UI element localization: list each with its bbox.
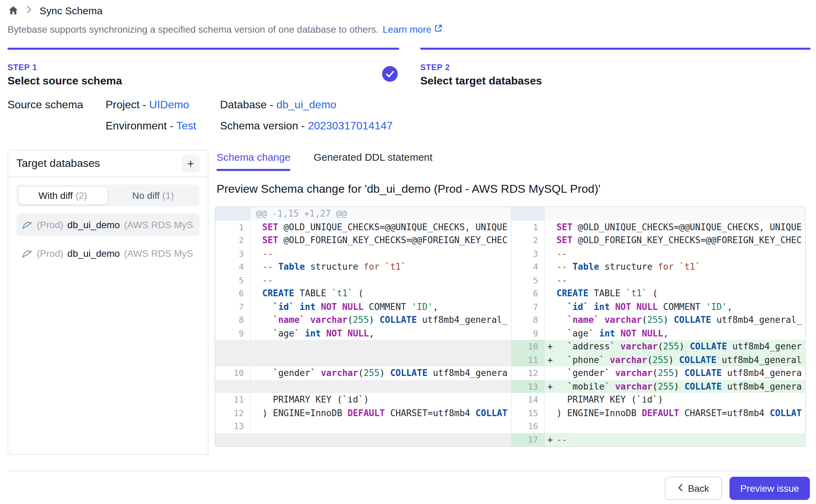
- diff-line-text: --: [555, 433, 567, 446]
- tab-schema-change[interactable]: Schema change: [217, 151, 291, 171]
- mysql-dolphin-icon: [22, 219, 33, 230]
- diff-line-number: [512, 207, 545, 220]
- diff-line-marker: [545, 287, 555, 300]
- diff-filter-tab-no-diff[interactable]: No diff(1): [108, 186, 198, 205]
- step-1: STEP 1 Select source schema: [7, 48, 399, 87]
- preview-issue-button[interactable]: Preview issue: [729, 477, 810, 500]
- diff-line-text: [261, 420, 262, 433]
- diff-line-number: 2: [215, 234, 251, 247]
- diff-filter-tabs: With diff(2)No diff(1): [16, 185, 200, 206]
- diff-line-marker: [545, 393, 555, 406]
- schema-diff-viewer[interactable]: @@ -1,15 +1,27 @@1SET @OLD_UNIQUE_CHECKS…: [215, 206, 806, 447]
- diff-line-marker: [251, 353, 261, 366]
- target-database-item[interactable]: (Prod)db_ui_demo(AWS RDS MyS...: [16, 213, 200, 236]
- diff-code-line: `name` varchar(255) COLLATE utf8mb4_gene…: [251, 313, 512, 327]
- diff-line-marker: [545, 420, 555, 433]
- diff-line-text: `gender` varchar(255) COLLATE utf8mb4_ge…: [555, 366, 802, 380]
- diff-line-number: 13: [512, 380, 545, 393]
- learn-more-link[interactable]: Learn more: [383, 24, 443, 35]
- diff-line-number: 10: [215, 366, 251, 380]
- diff-line-number: 7: [215, 300, 251, 313]
- tab-count: (1): [162, 190, 174, 201]
- step-1-label: STEP 1: [7, 63, 399, 72]
- step-2: STEP 2 Select target databases: [420, 48, 811, 87]
- source-field-value-link[interactable]: UIDemo: [149, 99, 189, 110]
- diff-line-number: 1: [512, 220, 545, 234]
- target-databases-header: Target databases +: [8, 151, 208, 177]
- diff-line-text: [261, 340, 262, 353]
- diff-line-number: 15: [512, 406, 545, 420]
- diff-line-text: SET @OLD_UNIQUE_CHECKS=@@UNIQUE_CHECKS, …: [555, 220, 802, 234]
- source-field-value-link[interactable]: db_ui_demo: [276, 99, 336, 110]
- diff-code-line: `age` int NOT NULL,: [545, 327, 806, 340]
- diff-line-number: 10: [512, 340, 545, 353]
- diff-code-line: [545, 207, 806, 220]
- diff-line-marker: [545, 247, 555, 260]
- diff-line-marker: [251, 234, 261, 247]
- diff-code-line: + `mobile` varchar(255) COLLATE utf8mb4_…: [545, 380, 806, 393]
- diff-line-number: [215, 433, 251, 446]
- diff-code-line: [251, 380, 512, 393]
- source-field-name: Environment -: [106, 120, 176, 131]
- step-1-progress-bar: [7, 48, 399, 50]
- diff-line-marker: [545, 366, 555, 380]
- check-icon: [382, 66, 398, 82]
- diff-line-number: 1: [215, 220, 251, 234]
- diff-line-marker: [251, 340, 261, 353]
- diff-code-line: + `phone` varchar(255) COLLATE utf8mb4_g…: [545, 353, 806, 366]
- diff-line-number: 12: [512, 366, 545, 380]
- diff-code-line: `name` varchar(255) COLLATE utf8mb4_gene…: [545, 313, 806, 327]
- diff-filter-tab-with-diff[interactable]: With diff(2): [18, 186, 108, 205]
- diff-line-text: SET @OLD_FOREIGN_KEY_CHECKS=@@FOREIGN_KE…: [261, 234, 507, 247]
- preview-content: Schema changeGenerated DDL statement Pre…: [217, 151, 812, 196]
- diff-line-number: [215, 340, 251, 353]
- diff-line-marker: [545, 220, 555, 234]
- diff-line-marker: [251, 406, 261, 420]
- target-database-item[interactable]: (Prod)db_ui_demo(AWS RDS MyS...: [16, 242, 200, 264]
- diff-line-marker: +: [545, 340, 555, 353]
- diff-code-line: SET @OLD_UNIQUE_CHECKS=@@UNIQUE_CHECKS, …: [251, 220, 512, 234]
- diff-code-line: -- Table structure for `t1`: [545, 260, 806, 273]
- source-field-value-link[interactable]: 20230317014147: [308, 120, 393, 131]
- diff-code-line: SET @OLD_UNIQUE_CHECKS=@@UNIQUE_CHECKS, …: [545, 220, 806, 234]
- diff-line-number: 5: [215, 273, 251, 287]
- diff-code-line: [251, 420, 512, 433]
- diff-line-text: `mobile` varchar(255) COLLATE utf8mb4_ge…: [555, 380, 802, 393]
- tab-label: With diff: [38, 190, 73, 201]
- diff-code-line: -- Table structure for `t1`: [251, 260, 512, 273]
- source-field: Environment - Test: [106, 120, 220, 132]
- diff-line-marker: [251, 287, 261, 300]
- diff-line-marker: [251, 393, 261, 406]
- source-field-name: Schema version -: [220, 120, 308, 131]
- diff-line-text: [261, 353, 262, 366]
- diff-line-number: 14: [512, 393, 545, 406]
- diff-line-marker: +: [545, 380, 555, 393]
- diff-line-text: --: [261, 273, 273, 287]
- diff-code-line: SET @OLD_FOREIGN_KEY_CHECKS=@@FOREIGN_KE…: [251, 234, 512, 247]
- diff-line-text: ) ENGINE=InnoDB DEFAULT CHARSET=utf8mb4 …: [261, 406, 507, 420]
- database-name: db_ui_demo: [67, 219, 120, 230]
- preview-title: Preview Schema change for 'db_ui_demo (P…: [217, 183, 812, 196]
- source-field-value-link[interactable]: Test: [176, 120, 197, 131]
- breadcrumb: Sync Schema: [7, 4, 103, 16]
- diff-line-marker: [251, 273, 261, 287]
- source-field-name: Project -: [106, 99, 149, 110]
- diff-code-line: + `address` varchar(255) COLLATE utf8mb4…: [545, 340, 806, 353]
- diff-code-line: PRIMARY KEY (`id`): [251, 393, 512, 406]
- diff-line-marker: [251, 366, 261, 380]
- diff-line-number: 11: [215, 393, 251, 406]
- diff-line-marker: [545, 273, 555, 287]
- diff-line-marker: [251, 247, 261, 260]
- database-environment: (Prod): [37, 219, 63, 230]
- diff-line-text: CREATE TABLE `t1` (: [555, 287, 658, 300]
- add-target-database-button[interactable]: +: [182, 155, 200, 172]
- diff-line-text: `name` varchar(255) COLLATE utf8mb4_gene…: [555, 313, 802, 327]
- diff-line-text: SET @OLD_FOREIGN_KEY_CHECKS=@@FOREIGN_KE…: [555, 234, 802, 247]
- home-icon[interactable]: [7, 4, 19, 16]
- diff-line-number: 12: [215, 406, 251, 420]
- diff-code-line: `id` int NOT NULL COMMENT 'ID',: [545, 300, 806, 313]
- tab-generated-ddl-statement[interactable]: Generated DDL statement: [314, 151, 433, 171]
- diff-grid: @@ -1,15 +1,27 @@1SET @OLD_UNIQUE_CHECKS…: [215, 207, 805, 446]
- back-button[interactable]: Back: [665, 477, 722, 500]
- target-database-list: (Prod)db_ui_demo(AWS RDS MyS...(Prod)db_…: [16, 213, 200, 264]
